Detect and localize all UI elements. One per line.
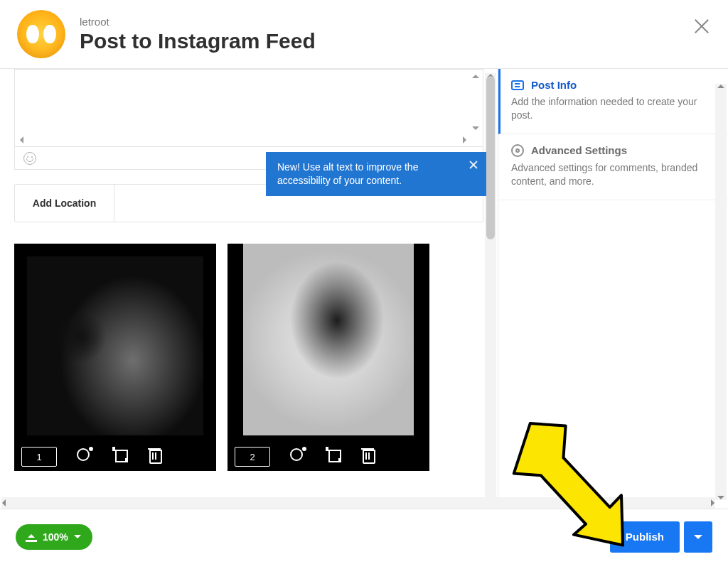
side-panel: Post Info Add the information needed to … [498,69,728,506]
trash-icon[interactable] [148,447,164,462]
emoji-icon[interactable] [23,152,36,165]
close-icon[interactable] [691,16,712,37]
panel-title: Advanced Settings [531,144,627,156]
alt-text-tooltip: New! Use alt text to improve the accessi… [266,152,486,196]
panel-description: Add the information needed to create you… [511,95,715,122]
replace-icon[interactable] [290,447,306,462]
panel-description: Advanced settings for comments, branded … [511,161,715,188]
crop-icon[interactable] [112,447,128,462]
trash-icon[interactable] [361,447,377,462]
gear-icon [511,144,524,157]
upload-percent: 100% [43,531,68,543]
tooltip-text: New! Use alt text to improve the accessi… [277,161,418,186]
media-thumbnail[interactable]: 1 [14,244,216,471]
scrollbar-horizontal[interactable] [16,135,470,145]
panel-advanced-settings[interactable]: Advanced Settings Advanced settings for … [498,134,728,200]
app-logo [17,10,65,58]
slot-number[interactable]: 2 [235,447,270,467]
scrollbar-horizontal[interactable] [1,497,715,509]
media-thumbnail[interactable]: 2 [228,244,429,471]
scrollbar-vertical[interactable] [715,84,727,500]
publish-button[interactable]: Publish [610,521,680,553]
info-card-icon [511,80,524,90]
thumbnail-image [27,256,203,435]
account-name: letroot [80,16,316,28]
upload-progress-button[interactable]: 100% [16,524,92,550]
chevron-down-icon [694,535,702,543]
panel-post-info[interactable]: Post Info Add the information needed to … [498,69,728,134]
page-title: Post to Instagram Feed [80,29,316,53]
upload-icon [26,532,37,542]
close-icon[interactable] [468,159,479,170]
replace-icon[interactable] [77,447,92,462]
publish-dropdown-button[interactable] [684,521,712,553]
chevron-down-icon [74,535,81,542]
dialog-header: letroot Post to Instagram Feed [0,0,728,69]
crop-icon[interactable] [326,447,341,462]
scrollbar-vertical[interactable] [470,71,481,134]
media-thumbnails: 1 2 [14,244,498,471]
add-location-button[interactable]: Add Location [15,185,114,222]
caption-textarea[interactable] [14,69,483,147]
thumbnail-image [243,244,414,435]
dialog-footer: 100% Publish [0,509,728,564]
slot-number[interactable]: 1 [21,447,57,467]
scrollbar-vertical[interactable] [485,73,496,502]
composer-column: Rem Add Location 1 2 [0,69,498,506]
panel-title: Post Info [531,79,577,91]
